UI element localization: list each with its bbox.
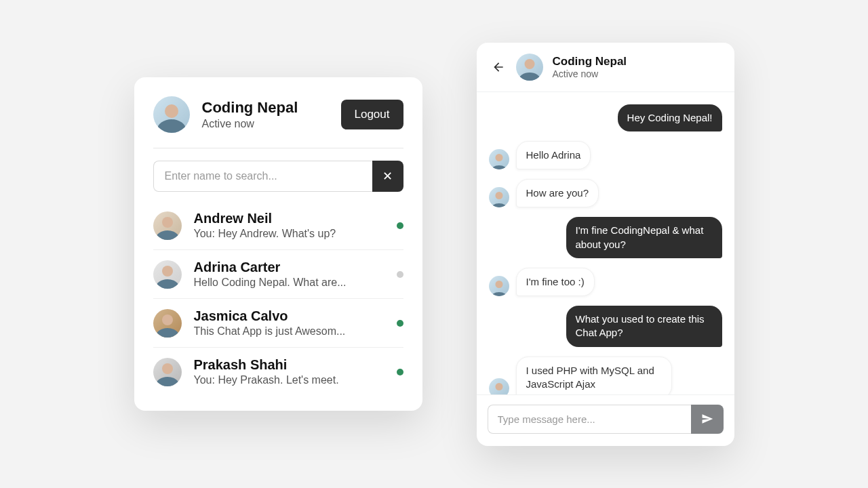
message-row-out: I'm fine CodingNepal & what about you? (489, 217, 722, 258)
search-input[interactable] (153, 161, 372, 192)
message-avatar (489, 378, 509, 394)
contact-name: Adrina Carter (194, 260, 384, 275)
contact-preview: This Chat App is just Awesom... (194, 325, 384, 338)
composer (477, 394, 734, 446)
chat-peer-avatar[interactable] (516, 54, 543, 81)
status-dot-online (397, 320, 403, 327)
me-status: Active now (202, 118, 329, 130)
message-row-in: How are you? (489, 179, 722, 207)
contact-row[interactable]: Adrina Carter Hello Coding Nepal. What a… (153, 250, 403, 299)
message-bubble: How are you? (516, 179, 599, 207)
chat-peer-status: Active now (553, 68, 627, 79)
message-row-out: What you used to create this Chat App? (489, 306, 722, 347)
message-bubble: I used PHP with MySQL and JavaScript Aja… (516, 357, 672, 394)
me-avatar[interactable] (153, 96, 190, 133)
contact-name: Prakash Shahi (194, 357, 384, 373)
message-row-in: Hello Adrina (489, 141, 722, 169)
message-bubble: Hello Adrina (516, 141, 591, 169)
me-name: Coding Nepal (202, 99, 329, 117)
send-icon (701, 413, 713, 425)
send-button[interactable] (691, 405, 724, 434)
contacts-list: Andrew Neil You: Hey Andrew. What's up? … (153, 201, 403, 396)
contact-row[interactable]: Jasmica Calvo This Chat App is just Awes… (153, 299, 403, 348)
search-row: ✕ (153, 161, 403, 192)
contact-avatar (153, 358, 182, 386)
status-dot-online (397, 222, 403, 229)
message-row-in: I used PHP with MySQL and JavaScript Aja… (489, 357, 722, 394)
divider (153, 148, 403, 148)
message-row-in: I'm fine too :) (489, 268, 722, 296)
close-icon: ✕ (382, 169, 393, 184)
me-info: Coding Nepal Active now (202, 99, 329, 130)
status-dot-offline (397, 271, 403, 278)
arrow-left-icon (492, 60, 505, 74)
contact-name: Jasmica Calvo (194, 308, 384, 324)
message-bubble: I'm fine CodingNepal & what about you? (566, 217, 722, 258)
contacts-panel: Coding Nepal Active now Logout ✕ Andrew … (134, 77, 422, 411)
logout-button[interactable]: Logout (341, 100, 403, 129)
chat-header: Coding Nepal Active now (477, 43, 734, 92)
message-row-out: Hey Coding Nepal! (489, 104, 722, 131)
chat-panel: Coding Nepal Active now Hey Coding Nepal… (477, 43, 734, 446)
contacts-header: Coding Nepal Active now Logout (153, 96, 403, 133)
contact-preview: Hello Coding Nepal. What are... (194, 277, 384, 289)
contact-avatar (153, 211, 182, 240)
message-avatar (489, 276, 509, 296)
status-dot-online (397, 369, 403, 375)
contact-row[interactable]: Andrew Neil You: Hey Andrew. What's up? (153, 201, 403, 250)
message-bubble: What you used to create this Chat App? (566, 306, 722, 347)
clear-search-button[interactable]: ✕ (372, 161, 403, 192)
message-input[interactable] (488, 405, 691, 434)
messages-area[interactable]: Hey Coding Nepal! Hello Adrina How are y… (477, 92, 734, 394)
chat-peer-name: Coding Nepal (553, 55, 627, 68)
message-bubble: Hey Coding Nepal! (618, 104, 722, 131)
contact-avatar (153, 309, 182, 338)
contact-preview: You: Hey Andrew. What's up? (194, 228, 384, 240)
message-avatar (489, 149, 509, 169)
contact-row[interactable]: Prakash Shahi You: Hey Prakash. Let's me… (153, 348, 403, 396)
contact-avatar (153, 260, 182, 289)
back-button[interactable] (490, 59, 507, 75)
contact-name: Andrew Neil (194, 211, 384, 226)
message-avatar (489, 187, 509, 207)
contact-preview: You: Hey Prakash. Let's meet. (194, 374, 384, 386)
message-bubble: I'm fine too :) (516, 268, 595, 296)
